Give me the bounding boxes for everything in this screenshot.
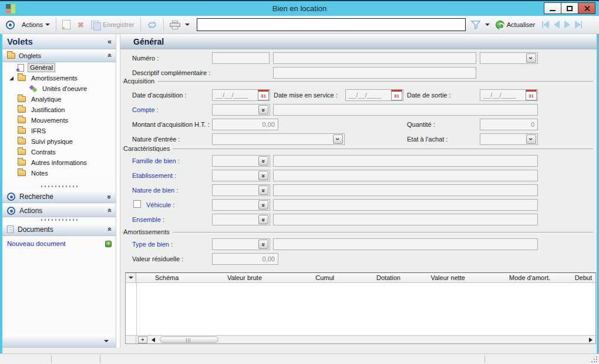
sidebar-scroll-down-bar[interactable] [2,335,116,348]
numero-input[interactable] [212,52,270,64]
dotted-separator[interactable] [41,219,78,221]
sidebar-item-unites-oeuvre[interactable]: Unités d'oeuvre [2,83,116,94]
quantite-input[interactable]: 0 [480,119,538,130]
lookup-button[interactable]: » [258,240,268,249]
scrollbar-thumb[interactable] [160,336,218,343]
nature-bien-combobox[interactable]: » [212,184,270,196]
type-bien-label[interactable]: Type de bien : [132,238,173,250]
column-header-debut[interactable]: Debut [553,273,595,282]
sidebar-item-ifrs[interactable]: IFRS [2,126,116,136]
new-item-button[interactable] [60,18,73,31]
sidebar-item-contrats[interactable]: Contrats [2,147,116,157]
resize-grip[interactable] [590,355,597,362]
column-header-dotation[interactable]: Dotation [336,273,403,282]
dotted-separator[interactable] [41,186,78,187]
date-mise-service-input[interactable]: __/__/____ 31 [345,89,403,101]
etat-achat-dropdown[interactable]: › [480,133,538,145]
search-input[interactable] [197,18,466,31]
panel-splitter[interactable] [116,34,120,348]
sidebar-item-suivi-physique[interactable]: Suivi physique [2,136,116,147]
expand-triangle-icon[interactable] [9,76,14,80]
filter-funnel-icon[interactable] [470,20,481,30]
nature-entree-dropdown[interactable]: › [212,133,345,145]
valeur-residuelle-input[interactable]: 0,00 [212,253,278,265]
type-bien-combobox[interactable]: » [212,238,270,250]
next-record-button[interactable] [564,21,570,29]
compte-combobox[interactable]: » [212,104,270,116]
lookup-button[interactable]: » [258,171,268,180]
scrollbar-track[interactable] [158,336,585,343]
famille-bien-description-input[interactable] [273,155,538,167]
actions-menu-button[interactable]: Actions [19,19,52,30]
minimize-button[interactable] [544,2,561,14]
add-row-button[interactable]: + [138,336,147,343]
etablissement-description-input[interactable] [273,170,538,181]
dropdown-button[interactable]: › [526,134,536,144]
actualiser-button[interactable]: Actualiser [493,19,537,31]
dropdown-button[interactable]: › [526,53,536,63]
calendar-icon[interactable]: 31 [391,90,402,100]
etablissement-combobox[interactable]: » [212,170,270,181]
vehicule-label[interactable]: Véhicule : [146,199,174,211]
lookup-button[interactable]: » [258,200,268,210]
lookup-button[interactable]: » [258,105,268,114]
sidebar-item-amortissements[interactable]: Amortissements [2,73,116,83]
print-button[interactable] [167,19,192,31]
lookup-button[interactable]: » [258,215,268,224]
sidebar-item-general[interactable]: Général [2,62,116,73]
calendar-icon[interactable]: 31 [258,90,269,100]
column-header-mode-amort[interactable]: Mode d'amort. [467,273,553,282]
collapse-panel-icon[interactable]: « [107,38,111,46]
scroll-right-button[interactable] [587,336,594,343]
sidebar-group-onglets[interactable]: Onglets » [2,50,116,62]
dropdown-button[interactable]: › [333,134,343,144]
lookup-button[interactable]: » [258,156,268,166]
grid-body[interactable] [126,283,595,335]
vehicule-description-input[interactable] [273,199,538,211]
date-sortie-input[interactable]: __/__/____ 31 [480,89,538,101]
new-document-link[interactable]: Nouveau document + [7,239,112,248]
refresh-button[interactable] [144,19,160,31]
previous-record-button[interactable] [554,21,560,29]
sidebar-section-actions[interactable]: Actions » [2,204,116,217]
maximize-button[interactable] [561,2,578,14]
sidebar-item-analytique[interactable]: Analytique [2,94,116,105]
vehicule-combobox[interactable]: » [212,199,270,211]
calendar-icon[interactable]: 31 [526,90,537,100]
last-record-button[interactable] [575,21,582,29]
nature-bien-label[interactable]: Nature de bien : [132,184,178,196]
famille-bien-combobox[interactable]: » [212,155,270,167]
sidebar-item-justification[interactable]: Justification [2,105,116,115]
sidebar-item-notes[interactable]: Notes [2,168,116,178]
nature-bien-description-input[interactable] [273,184,538,196]
sidebar-item-autres-informations[interactable]: Autres informations [2,157,116,168]
delete-button[interactable]: ✖ [75,19,86,31]
scroll-left-button[interactable] [149,336,157,343]
compte-description-input[interactable] [273,104,538,116]
plus-icon[interactable]: + [105,241,112,247]
ensemble-description-input[interactable] [273,214,538,225]
etablissement-label[interactable]: Etablissement : [132,170,176,181]
column-header-valeur-nette[interactable]: Valeur nette [403,273,467,282]
compte-label[interactable]: Compte : [132,104,159,116]
save-button[interactable]: Enregistrer [89,19,137,31]
column-header-cumul[interactable]: Cumul [264,273,336,282]
type-bien-description-input[interactable] [273,238,538,250]
montant-input[interactable]: 0,00 [212,119,278,130]
numero-designation-input[interactable] [273,52,476,64]
first-record-button[interactable] [542,21,549,29]
sidebar-section-recherche[interactable]: Recherche » [2,190,116,203]
sidebar-section-documents[interactable]: Documents » [2,223,116,236]
numero-combobox[interactable]: › [480,52,538,64]
filter-chevron-down-icon[interactable] [485,23,490,26]
column-header-valeur-brute[interactable]: Valeur brute [207,273,264,282]
famille-bien-label[interactable]: Famille de bien : [132,155,180,167]
ensemble-label[interactable]: Ensemble : [132,214,164,225]
vehicule-checkbox[interactable] [133,200,141,208]
close-button[interactable] [578,2,595,14]
lookup-button[interactable]: » [258,186,268,195]
descriptif-input[interactable] [273,67,476,79]
ensemble-combobox[interactable]: » [212,214,270,225]
date-acquisition-input[interactable]: __/__/____ 31 [212,89,270,101]
row-selector-header[interactable] [126,273,136,282]
